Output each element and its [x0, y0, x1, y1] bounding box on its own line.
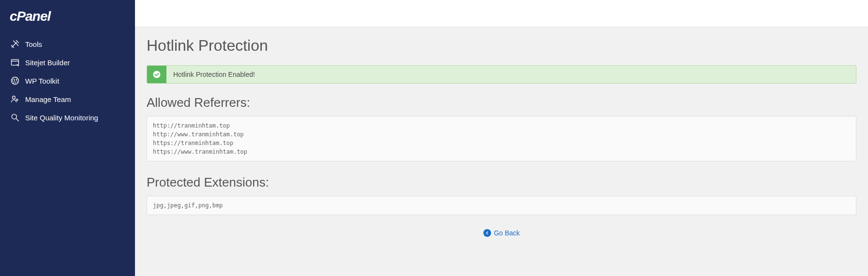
- page-title: Hotlink Protection: [147, 37, 856, 55]
- brand-logo-text: cPanel: [10, 9, 50, 24]
- protected-extensions-heading: Protected Extensions:: [147, 175, 856, 190]
- sidebar-item-site-quality-monitoring[interactable]: Site Quality Monitoring: [0, 108, 135, 127]
- alert-message: Hotlink Protection Enabled!: [166, 66, 262, 83]
- allowed-referrers-box: http://tranminhtam.top http://www.tranmi…: [147, 116, 856, 161]
- sidebar-item-sitejet-builder[interactable]: Sitejet Builder: [0, 53, 135, 72]
- svg-point-2: [13, 96, 15, 99]
- svg-point-3: [12, 114, 16, 119]
- go-back-wrapper: Go Back: [147, 229, 856, 237]
- sidebar-item-label: Site Quality Monitoring: [25, 114, 98, 122]
- svg-point-4: [153, 71, 161, 78]
- success-alert: Hotlink Protection Enabled!: [147, 65, 856, 84]
- team-icon: [10, 94, 20, 104]
- main-area: Hotlink Protection Hotlink Protection En…: [135, 0, 868, 276]
- tools-icon: [10, 39, 20, 49]
- content: Hotlink Protection Hotlink Protection En…: [135, 27, 868, 247]
- sidebar-item-tools[interactable]: Tools: [0, 35, 135, 53]
- check-circle-icon: [147, 66, 166, 83]
- allowed-referrers-heading: Allowed Referrers:: [147, 95, 856, 110]
- topbar: [135, 0, 868, 27]
- magnifier-icon: [10, 112, 20, 123]
- sidebar-item-wp-toolkit[interactable]: WP Toolkit: [0, 72, 135, 90]
- sidebar-item-label: Tools: [25, 40, 42, 48]
- sidebar-item-label: Manage Team: [25, 95, 71, 103]
- svg-rect-0: [12, 59, 19, 65]
- sidebar: cPanel Tools Sitejet Builder WP Toolkit …: [0, 0, 135, 276]
- sidebar-item-label: Sitejet Builder: [25, 58, 70, 67]
- brand-logo[interactable]: cPanel: [0, 9, 135, 35]
- arrow-left-circle-icon: [483, 229, 491, 237]
- sidebar-item-manage-team[interactable]: Manage Team: [0, 90, 135, 108]
- sidebar-item-label: WP Toolkit: [25, 77, 59, 85]
- go-back-label: Go Back: [494, 229, 520, 237]
- wordpress-icon: [10, 75, 20, 86]
- sitejet-icon: [10, 57, 20, 68]
- go-back-link[interactable]: Go Back: [483, 229, 520, 237]
- protected-extensions-box: jpg,jpeg,gif,png,bmp: [147, 196, 856, 215]
